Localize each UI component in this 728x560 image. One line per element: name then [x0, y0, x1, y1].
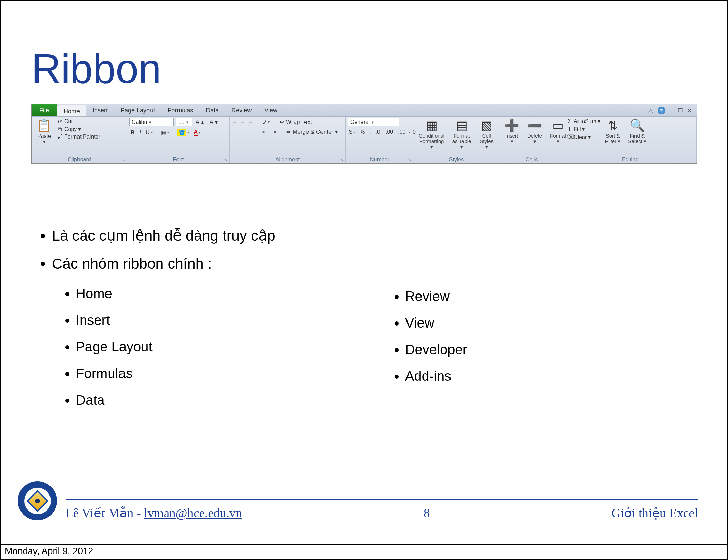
sub-page-layout: Page Layout: [76, 333, 153, 360]
main-bullet-list: Là các cụm lệnh dễ dàng truy cập Các nhó…: [31, 222, 698, 277]
footer-topic: Giới thiệu Excel: [611, 506, 698, 520]
sublist-col1: Home Insert Page Layout Formulas Data: [31, 280, 153, 413]
clear-button[interactable]: ⌫Clear▾: [566, 134, 600, 140]
percent-button[interactable]: %: [358, 128, 366, 136]
grow-font-button[interactable]: A▲: [194, 118, 206, 126]
group-alignment: ≡ ≡ ≡ ⤢▾ ↩Wrap Text ≡ ≡ ≡ ⇤ ⇥: [230, 117, 346, 163]
merge-center-button[interactable]: ⬌Merge & Center▾: [285, 128, 338, 135]
bold-button[interactable]: B: [129, 129, 136, 137]
window-restore-icon[interactable]: ❐: [678, 107, 683, 114]
border-button[interactable]: ▦▾: [160, 129, 170, 137]
group-editing: ΣAutoSum▾ ⬇Fill▾ ⌫Clear▾ ⇅ Sort &Filter …: [564, 117, 697, 163]
align-center-button[interactable]: ≡: [240, 128, 245, 136]
cut-icon: ✂: [57, 118, 63, 125]
window-minimize-icon[interactable]: –: [670, 107, 673, 114]
find-icon: 🔍: [630, 119, 645, 132]
increase-indent-button[interactable]: ⇥: [270, 128, 277, 136]
cell-styles-icon: ▧: [481, 119, 493, 132]
sub-formulas: Formulas: [76, 360, 153, 387]
font-launcher-icon[interactable]: ↘: [224, 157, 227, 162]
format-as-table-button[interactable]: ▤ Formatas Table ▾: [449, 118, 474, 150]
comma-button[interactable]: ,: [368, 128, 372, 136]
insert-cells-button[interactable]: ➕ Insert▾: [501, 118, 522, 145]
tab-page-layout[interactable]: Page Layout: [114, 104, 161, 116]
conditional-formatting-button[interactable]: ▦ ConditionalFormatting ▾: [416, 118, 447, 150]
cut-button[interactable]: ✂Cut: [57, 118, 100, 125]
sub-developer: Developer: [405, 336, 467, 363]
tab-view[interactable]: View: [258, 104, 284, 116]
sort-filter-button[interactable]: ⇅ Sort &Filter ▾: [602, 118, 624, 145]
help-icon[interactable]: ?: [658, 107, 665, 114]
autosum-button[interactable]: ΣAutoSum▾: [566, 118, 600, 125]
align-right-button[interactable]: ≡: [248, 128, 254, 136]
alignment-group-label: Alignment↘: [232, 156, 343, 163]
clear-icon: ⌫: [566, 134, 572, 140]
editing-group-label: Editing: [566, 156, 694, 163]
font-name-select[interactable]: Calibri▾: [129, 118, 174, 126]
underline-button[interactable]: U▾: [144, 129, 154, 137]
delete-cells-icon: ➖: [527, 119, 542, 132]
shrink-font-button[interactable]: A▼: [208, 118, 220, 126]
format-cells-icon: ▭: [552, 119, 564, 132]
excel-ribbon: File Home Insert Page Layout Formulas Da…: [31, 104, 697, 164]
font-group-label: Font↘: [129, 156, 227, 163]
align-bottom-button[interactable]: ≡: [248, 118, 254, 126]
fill-label: Fill: [574, 126, 581, 132]
tab-formulas[interactable]: Formulas: [161, 104, 200, 116]
window-close-icon[interactable]: ✕: [687, 107, 692, 114]
merge-icon: ⬌: [285, 129, 291, 135]
alignment-launcher-icon[interactable]: ↘: [340, 157, 343, 162]
tab-home[interactable]: Home: [57, 105, 86, 116]
copy-button[interactable]: ⧉Copy▾: [57, 126, 100, 132]
styles-group-label: Styles: [416, 156, 497, 163]
group-font: Calibri▾ 11▾ A▲ A▼ B I U▾ ▦▾ 🪣▾ A▾: [127, 117, 230, 163]
increase-decimal-button[interactable]: .0→.00: [374, 128, 395, 136]
ribbon-groups: 📋 Paste ▾ ✂Cut ⧉Copy▾ 🖌Format Painter Cl…: [32, 117, 697, 163]
author-email-link[interactable]: lvman@hce.edu.vn: [144, 506, 242, 520]
orientation-button[interactable]: ⤢▾: [261, 118, 271, 126]
number-launcher-icon[interactable]: ↘: [408, 157, 412, 162]
minimize-ribbon-icon[interactable]: △: [648, 107, 653, 114]
copy-label: Copy: [64, 126, 77, 132]
group-cells: ➕ Insert▾ ➖ Delete▾ ▭ Format▾ Cells: [499, 117, 564, 163]
bullet-1: Là các cụm lệnh dễ dàng truy cập: [52, 222, 698, 250]
decrease-indent-button[interactable]: ⇤: [261, 128, 268, 136]
tab-insert[interactable]: Insert: [86, 104, 114, 116]
tab-data[interactable]: Data: [200, 104, 225, 116]
autosum-label: AutoSum: [574, 118, 596, 125]
clipboard-launcher-icon[interactable]: ↘: [122, 157, 125, 162]
fill-color-button[interactable]: 🪣▾: [176, 129, 190, 137]
format-table-icon: ▤: [456, 119, 468, 132]
paste-button[interactable]: 📋 Paste ▾: [34, 118, 55, 145]
group-styles: ▦ ConditionalFormatting ▾ ▤ Formatas Tab…: [414, 117, 499, 163]
insert-cells-icon: ➕: [504, 119, 519, 132]
slide-title: Ribbon: [31, 45, 698, 92]
delete-cells-button[interactable]: ➖ Delete▾: [524, 118, 545, 145]
page-number: 8: [424, 506, 430, 520]
wrap-text-button[interactable]: ↩Wrap Text: [279, 119, 312, 126]
align-left-button[interactable]: ≡: [232, 128, 238, 136]
italic-button[interactable]: I: [138, 129, 142, 137]
format-painter-button[interactable]: 🖌Format Painter: [57, 134, 100, 140]
currency-button[interactable]: $▾: [348, 128, 356, 136]
align-middle-button[interactable]: ≡: [240, 118, 245, 126]
sub-review: Review: [405, 283, 467, 310]
fill-button[interactable]: ⬇Fill▾: [566, 126, 600, 132]
paste-dropdown-icon[interactable]: ▾: [43, 139, 46, 145]
tab-review[interactable]: Review: [225, 104, 258, 116]
sub-addins: Add-ins: [405, 363, 467, 389]
sub-home: Home: [76, 280, 153, 307]
sub-data: Data: [76, 387, 153, 413]
tab-file[interactable]: File: [32, 104, 57, 116]
number-group-label: Number↘: [348, 156, 412, 163]
number-format-select[interactable]: General▾: [348, 118, 399, 126]
sub-view: View: [405, 310, 467, 336]
font-color-button[interactable]: A▾: [192, 128, 202, 137]
cell-styles-button[interactable]: ▧ CellStyles ▾: [476, 118, 497, 150]
align-top-button[interactable]: ≡: [232, 118, 238, 126]
conditional-formatting-icon: ▦: [426, 119, 438, 132]
sub-insert: Insert: [76, 307, 153, 333]
font-size-select[interactable]: 11▾: [176, 118, 192, 126]
cut-label: Cut: [64, 118, 73, 125]
find-select-button[interactable]: 🔍 Find &Select ▾: [625, 118, 649, 145]
